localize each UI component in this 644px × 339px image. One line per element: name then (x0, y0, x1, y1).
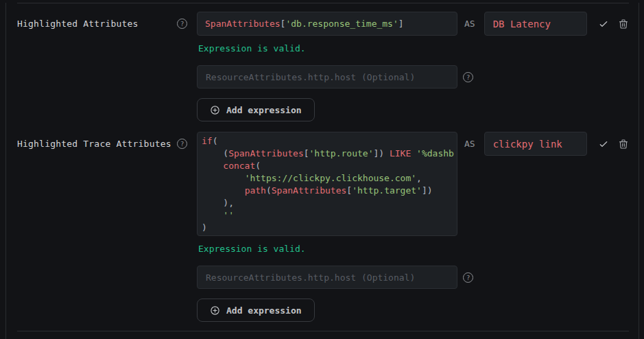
content-column: SpanAttributes['db.response_time_ms'] AS… (197, 12, 639, 121)
validation-message: Expression is valid. (198, 243, 639, 255)
optional-expression-row: ? (197, 266, 639, 289)
add-expression-button[interactable]: Add expression (197, 299, 315, 322)
as-label: AS (464, 132, 475, 156)
expression-row: SpanAttributes['db.response_time_ms'] AS (197, 12, 639, 36)
trash-icon (618, 19, 629, 30)
trash-icon (618, 139, 629, 150)
label-column: Highlighted Attributes ? (17, 12, 197, 36)
section-divider (17, 331, 629, 331)
confirm-button[interactable] (598, 12, 609, 36)
optional-expression-input[interactable] (197, 266, 457, 289)
highlighted-attributes-section: Highlighted Attributes ? SpanAttributes[… (6, 12, 639, 121)
field-label: Highlighted Attributes (17, 19, 139, 29)
add-expression-label: Add expression (226, 305, 302, 316)
expression-input[interactable]: if( (SpanAttributes['http.route']) LIKE … (197, 132, 457, 236)
delete-button[interactable] (618, 132, 629, 156)
alias-input[interactable] (484, 132, 587, 156)
circle-plus-icon (210, 305, 220, 316)
field-label: Highlighted Trace Attributes (17, 139, 171, 149)
highlighted-trace-attributes-section: Highlighted Trace Attributes ? if( (Span… (6, 132, 639, 322)
alias-input[interactable] (484, 12, 587, 36)
add-expression-label: Add expression (226, 105, 302, 115)
help-icon[interactable]: ? (177, 139, 187, 149)
expression-input[interactable]: SpanAttributes['db.response_time_ms'] (197, 12, 457, 36)
confirm-button[interactable] (598, 132, 609, 156)
settings-panel: Highlighted Attributes ? SpanAttributes[… (5, 3, 639, 339)
help-icon[interactable]: ? (463, 272, 473, 283)
check-icon (598, 19, 609, 30)
as-label: AS (464, 12, 475, 36)
delete-button[interactable] (618, 12, 629, 36)
expression-row: if( (SpanAttributes['http.route']) LIKE … (197, 132, 639, 236)
content-column: if( (SpanAttributes['http.route']) LIKE … (197, 132, 639, 322)
optional-expression-input[interactable] (197, 65, 457, 89)
label-column: Highlighted Trace Attributes ? (17, 132, 197, 156)
help-icon[interactable]: ? (463, 72, 473, 82)
validation-message: Expression is valid. (198, 43, 639, 54)
circle-plus-icon (210, 105, 220, 115)
optional-expression-row: ? (197, 65, 639, 89)
check-icon (598, 139, 609, 150)
add-expression-button[interactable]: Add expression (197, 98, 315, 121)
help-icon[interactable]: ? (177, 19, 187, 29)
section-divider (17, 3, 629, 3)
